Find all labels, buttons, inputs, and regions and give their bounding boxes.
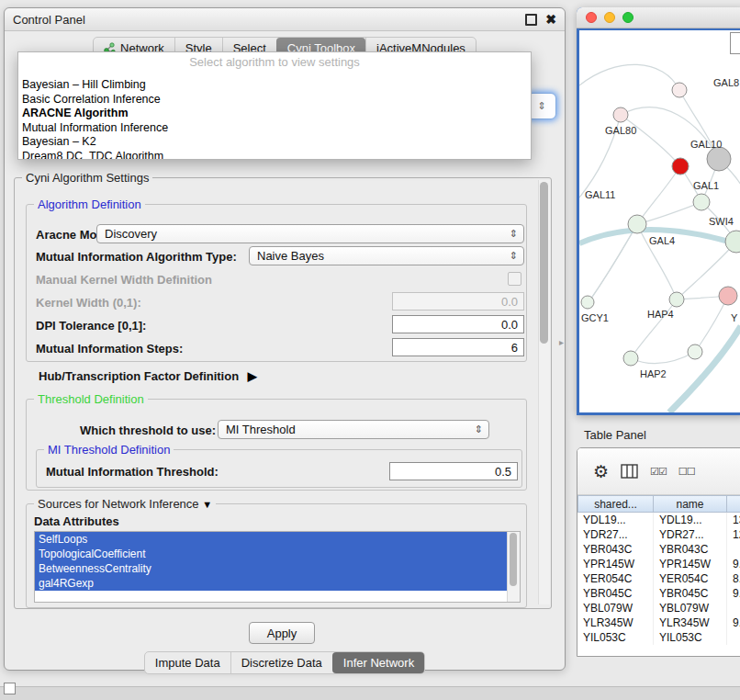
network-node[interactable] <box>623 351 638 366</box>
column-header-name[interactable]: name <box>654 495 727 513</box>
table-header: shared... name <box>577 495 740 513</box>
tab-impute-data[interactable]: Impute Data <box>145 652 230 673</box>
tab-discretize-data[interactable]: Discretize Data <box>230 652 332 673</box>
network-node[interactable] <box>688 344 702 359</box>
network-node[interactable] <box>581 296 594 309</box>
table-cell: YER054C <box>654 571 727 586</box>
table-row[interactable]: YER054CYER054C8. <box>577 571 740 586</box>
restore-window-icon[interactable] <box>525 14 537 26</box>
algorithm-popup-list: Bayesian – Hill ClimbingBasic Correlatio… <box>18 78 531 160</box>
hub-definition-toggle[interactable]: Hub/Transcription Factor Definition ▶ <box>39 369 257 383</box>
attribute-list-item[interactable]: gal4RGexp <box>35 576 511 591</box>
apply-button[interactable]: Apply <box>249 622 315 644</box>
table-cell: YDL19... <box>577 513 654 527</box>
data-attributes-list[interactable]: SelfLoopsTopologicalCoefficientBetweenne… <box>34 531 521 603</box>
network-node[interactable] <box>672 158 689 175</box>
network-node[interactable] <box>628 215 646 233</box>
table-row[interactable]: YBL079WYBL079W <box>577 601 740 615</box>
table-cell <box>727 601 740 615</box>
network-node[interactable] <box>693 194 710 210</box>
table-cell: YBL079W <box>577 601 654 615</box>
algorithm-option[interactable]: Dream8 DC_TDC Algorithm <box>18 150 531 161</box>
attribute-list-item[interactable]: SelfLoops <box>35 532 511 547</box>
birdseye-widget[interactable] <box>730 32 740 54</box>
gear-icon[interactable]: ⚙ <box>593 463 609 480</box>
network-node-label: SWI4 <box>709 216 734 227</box>
sources-toggle[interactable]: Sources for Network Inference ▼ <box>34 497 216 511</box>
network-node-label: HAP2 <box>640 368 667 379</box>
table-toolbar: ⚙ ☑☑ ☐☐ <box>577 448 740 495</box>
table-cell <box>727 542 740 557</box>
tab-label: Infer Network <box>343 656 414 670</box>
dpi-tolerance-label: DPI Tolerance [0,1]: <box>36 319 146 333</box>
cyni-settings-title: Cyni Algorithm Settings <box>22 171 152 185</box>
sources-group: Sources for Network Inference ▼ Data Att… <box>26 503 527 608</box>
attribute-list-item[interactable]: BetweennessCentrality <box>35 561 511 576</box>
table-row[interactable]: YBR043CYBR043C <box>577 542 740 557</box>
network-node[interactable] <box>613 107 628 122</box>
combo-arrows-icon: ⇕ <box>510 228 518 240</box>
mi-algorithm-type-label: Mutual Information Algorithm Type: <box>36 250 237 264</box>
settings-scrollbar[interactable] <box>538 180 550 604</box>
algorithm-dropdown-popup: Select algorithm to view settings Bayesi… <box>17 51 532 160</box>
tab-infer-network[interactable]: Infer Network <box>332 652 424 673</box>
algorithm-option[interactable]: Bayesian – K2 <box>18 135 531 150</box>
columns-icon[interactable] <box>621 464 638 479</box>
algorithm-option[interactable]: Basic Correlation Inference <box>18 93 531 107</box>
aracne-mode-select[interactable]: Discovery ⇕ <box>96 224 524 243</box>
table-row[interactable]: YDL19...YDL19...13 <box>577 513 740 527</box>
network-node-label: GAL10 <box>690 139 722 150</box>
settings-scrollbar-thumb[interactable] <box>540 182 548 344</box>
mi-algorithm-type-select[interactable]: Naive Bayes ⇕ <box>249 246 524 265</box>
network-window-titlebar <box>577 7 740 28</box>
network-node[interactable] <box>672 83 687 97</box>
algorithm-definition-group: Algorithm Definition Aracne Mode: Discov… <box>26 204 527 362</box>
control-panel-window: Control Panel ✖ Network Style Select Cyn… <box>4 7 566 671</box>
table-cell: 13 <box>727 513 740 527</box>
network-canvas[interactable]: GAL8GAL80GAL10GAL1GAL11SWI4GAL4HAP4GCY1Y… <box>579 30 740 412</box>
table-cell: 9. <box>727 557 740 571</box>
column-header-shared-name[interactable]: shared... <box>577 495 654 513</box>
data-attributes-label: Data Attributes <box>34 514 119 528</box>
dpi-tolerance-input[interactable]: 0.0 <box>392 315 524 333</box>
dock-item-icon[interactable] <box>4 683 16 694</box>
column-header-partial[interactable] <box>727 495 740 513</box>
attributes-scrollbar[interactable] <box>507 532 520 602</box>
deselect-all-icon[interactable]: ☐☐ <box>678 466 695 478</box>
table-row[interactable]: YDR27...YDR27...12 <box>577 527 740 542</box>
network-node[interactable] <box>719 287 737 305</box>
expanded-triangle-icon: ▼ <box>202 499 212 510</box>
apply-button-label: Apply <box>267 627 297 640</box>
which-threshold-select[interactable]: MI Threshold ⇕ <box>218 420 489 439</box>
table-row[interactable]: YIL053CYIL053C <box>577 630 740 645</box>
table-body: YDL19...YDL19...13YDR27...YDR27...12YBR0… <box>577 513 740 645</box>
table-row[interactable]: YLR345WYLR345W9. <box>577 615 740 630</box>
kernel-width-input[interactable]: 0.0 <box>392 292 524 310</box>
algorithm-option[interactable]: ARACNE Algorithm <box>18 107 531 121</box>
table-row[interactable]: YPR145WYPR145W9. <box>577 557 740 571</box>
attribute-list-item[interactable]: TopologicalCoefficient <box>35 547 511 561</box>
manual-kernel-checkbox[interactable] <box>508 272 521 286</box>
table-cell: YLR345W <box>654 615 727 630</box>
select-all-icon[interactable]: ☑☑ <box>650 466 667 478</box>
zoom-traffic-light-icon[interactable] <box>622 12 633 23</box>
table-cell: YBR045C <box>654 586 727 601</box>
splitter-handle-icon[interactable]: ▸ <box>559 337 564 347</box>
network-node[interactable] <box>725 231 740 253</box>
network-node-label: GAL8 <box>713 77 739 88</box>
table-row[interactable]: YBR045CYBR045C9. <box>577 586 740 601</box>
algorithm-option[interactable]: Bayesian – Hill Climbing <box>18 78 531 93</box>
table-cell: YBR043C <box>654 542 727 557</box>
algorithm-option[interactable]: Mutual Information Inference <box>18 121 531 136</box>
mi-steps-input[interactable]: 6 <box>392 338 524 356</box>
table-cell: YPR145W <box>577 557 654 571</box>
threshold-definition-title: Threshold Definition <box>34 392 148 406</box>
network-node[interactable] <box>669 292 684 307</box>
close-traffic-light-icon[interactable] <box>586 12 597 23</box>
minimize-traffic-light-icon[interactable] <box>604 12 615 23</box>
attributes-scrollbar-thumb[interactable] <box>510 533 517 586</box>
close-window-icon[interactable]: ✖ <box>545 13 556 26</box>
network-node[interactable] <box>707 147 731 171</box>
mi-threshold-input[interactable]: 0.5 <box>389 462 518 480</box>
mi-steps-value: 6 <box>511 341 518 355</box>
